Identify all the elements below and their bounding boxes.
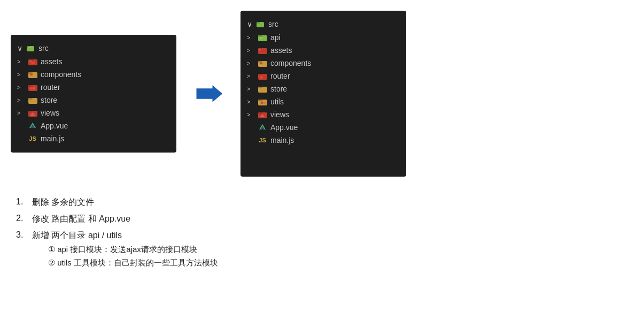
mainjs-icon-left: JS <box>28 134 37 143</box>
svg-marker-21 <box>197 85 223 102</box>
left-item-mainjs: JS main.js <box>11 132 176 145</box>
right-arrow-icon <box>192 82 224 105</box>
left-router-label: router <box>41 83 60 92</box>
svg-point-12 <box>30 87 33 90</box>
sub-item-2-text: ② utils 工具模块：自己封装的一些工具方法模块 <box>48 258 218 268</box>
views-folder-icon-left <box>28 108 37 118</box>
right-views-label: views <box>270 110 289 119</box>
svg-rect-15 <box>28 98 33 100</box>
top-section: ∨ src > <box>11 11 633 177</box>
right-root-chevron: ∨ <box>247 20 252 28</box>
right-root-label: src <box>268 20 278 28</box>
appvue-icon-right <box>258 123 267 132</box>
step-2-text: 修改 路由配置 和 App.vue <box>32 214 130 225</box>
right-item-views: > views <box>240 108 406 121</box>
svg-point-35 <box>260 75 263 79</box>
left-item-store: > store <box>11 94 176 107</box>
right-store-label: store <box>270 85 287 93</box>
right-utils-label: utils <box>270 97 284 106</box>
right-router-folder-icon <box>258 71 267 81</box>
left-mainjs-label: main.js <box>41 134 64 143</box>
router-folder-icon-left <box>28 82 37 92</box>
right-src-icon <box>255 19 265 29</box>
left-assets-label: assets <box>41 57 62 66</box>
svg-rect-39 <box>258 100 262 101</box>
svg-rect-43 <box>258 112 262 114</box>
utils-folder-icon <box>258 97 267 107</box>
left-item-router: > router <box>11 81 176 94</box>
left-item-components: > components <box>11 68 176 81</box>
mainjs-icon-right: JS <box>258 135 267 145</box>
right-api-label: api <box>270 33 281 42</box>
svg-rect-9 <box>30 74 33 75</box>
right-item-mainjs: JS main.js <box>240 134 406 147</box>
right-views-folder-icon <box>258 110 267 119</box>
svg-rect-17 <box>28 111 33 112</box>
svg-rect-29 <box>259 49 261 50</box>
sub-list: ① api 接口模块：发送ajax请求的接口模块 ② utils 工具模块：自己… <box>32 245 218 268</box>
left-item-appvue: App.vue <box>11 119 176 132</box>
step-1-text: 删除 多余的文件 <box>32 197 94 208</box>
right-item-api: > api <box>240 31 406 44</box>
description-list: 删除 多余的文件 修改 路由配置 和 App.vue 新增 两个目录 api /… <box>11 197 633 277</box>
left-views-label: views <box>41 109 59 117</box>
left-store-label: store <box>41 96 57 104</box>
svg-point-41 <box>263 102 266 104</box>
svg-rect-32 <box>260 63 262 64</box>
step-2: 修改 路由配置 和 App.vue <box>16 214 633 225</box>
api-folder-icon <box>258 33 267 42</box>
right-assets-label: assets <box>270 46 292 55</box>
left-root-item: ∨ src <box>11 41 176 55</box>
right-item-router: > router <box>240 70 406 82</box>
step-3: 新增 两个目录 api / utils ① api 接口模块：发送ajax请求的… <box>16 230 633 271</box>
right-components-folder-icon <box>258 58 267 68</box>
left-components-label: components <box>41 70 81 79</box>
left-root-chevron: ∨ <box>17 44 22 52</box>
step-1: 删除 多余的文件 <box>16 197 633 208</box>
right-mainjs-label: main.js <box>270 136 294 145</box>
svg-rect-5 <box>29 60 32 62</box>
svg-rect-23 <box>257 22 260 24</box>
steps-list: 删除 多余的文件 修改 路由配置 和 App.vue 新增 两个目录 api /… <box>16 197 633 271</box>
sub-item-1: ① api 接口模块：发送ajax请求的接口模块 <box>48 245 218 255</box>
right-store-folder-icon <box>258 84 267 94</box>
left-appvue-label: App.vue <box>41 121 68 130</box>
right-item-store: > store <box>240 82 406 95</box>
right-root-item: ∨ src <box>240 17 406 31</box>
store-folder-icon-left <box>28 95 37 105</box>
appvue-icon-left <box>28 121 37 131</box>
left-root-label: src <box>38 44 49 52</box>
left-file-tree: ∨ src > <box>11 35 176 153</box>
right-item-components: > components <box>240 57 406 70</box>
svg-rect-25 <box>258 35 262 37</box>
right-router-label: router <box>270 72 290 80</box>
components-folder-icon <box>28 70 37 79</box>
right-item-assets: > assets <box>240 44 406 57</box>
svg-rect-31 <box>258 61 262 63</box>
right-file-tree: ∨ src > a <box>240 11 406 177</box>
sub-item-1-text: ① api 接口模块：发送ajax请求的接口模块 <box>48 245 197 255</box>
arrow-container <box>192 82 224 105</box>
sub-item-2: ② utils 工具模块：自己封装的一些工具方法模块 <box>48 258 218 268</box>
left-item-views: > views <box>11 107 176 119</box>
left-src-icon <box>26 43 35 53</box>
main-layout: ∨ src > <box>11 11 633 277</box>
svg-rect-11 <box>28 85 33 87</box>
right-item-appvue: App.vue <box>240 121 406 134</box>
svg-rect-26 <box>260 37 262 39</box>
svg-point-40 <box>260 101 263 104</box>
svg-rect-6 <box>31 62 35 64</box>
right-components-label: components <box>270 59 311 67</box>
svg-rect-2 <box>28 47 30 48</box>
svg-point-13 <box>33 87 35 89</box>
svg-rect-34 <box>258 74 262 75</box>
svg-rect-37 <box>258 87 262 88</box>
right-item-utils: > utils <box>240 95 406 108</box>
svg-rect-8 <box>28 72 33 74</box>
left-item-assets: > assets <box>11 55 176 68</box>
step-3-text: 新增 两个目录 api / utils <box>32 231 122 240</box>
right-assets-folder-icon <box>258 45 267 55</box>
right-appvue-label: App.vue <box>270 123 298 132</box>
assets-folder-icon <box>28 57 37 66</box>
